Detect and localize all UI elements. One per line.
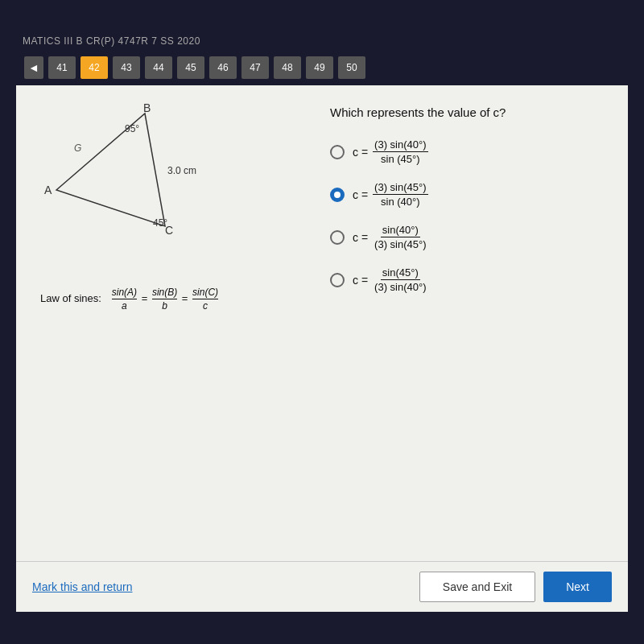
triangle-diagram: A B C G 95° 45° 3.0 cm xyxy=(40,101,217,262)
option-2-fraction: (3) sin(45°) sin (40°) xyxy=(373,181,427,208)
top-bar: MATICS III B CR(P) 4747R 7 SS 2020 xyxy=(16,32,628,50)
option-row-1[interactable]: c = (3) sin(40°) sin (45°) xyxy=(330,135,604,168)
option-1-fraction: (3) sin(40°) sin (45°) xyxy=(373,138,427,165)
save-exit-button[interactable]: Save and Exit xyxy=(419,572,535,602)
option-row-3[interactable]: c = sin(40°) (3) sin(45°) xyxy=(330,221,604,254)
svg-marker-0 xyxy=(56,114,165,226)
svg-text:3.0 cm: 3.0 cm xyxy=(167,165,196,176)
fraction-sinB-b: sin(B) b xyxy=(152,287,177,312)
option-formula-1: c = (3) sin(40°) sin (45°) xyxy=(353,138,428,165)
option-formula-3: c = sin(40°) (3) sin(45°) xyxy=(353,224,428,250)
fraction-sinC-c: sin(C) c xyxy=(192,287,218,312)
option-2-label: c = xyxy=(353,188,368,201)
nav-btn-42[interactable]: 42 xyxy=(80,56,108,79)
radio-option-1[interactable] xyxy=(330,145,345,159)
law-of-sines: Law of sines: sin(A) a = sin(B) b = xyxy=(40,287,314,312)
option-3-label: c = xyxy=(353,231,368,244)
nav-arrow-left[interactable]: ◄ xyxy=(24,56,43,79)
option-3-fraction: sin(40°) (3) sin(45°) xyxy=(373,224,427,250)
option-row-4[interactable]: c = sin(45°) (3) sin(40°) xyxy=(330,263,604,296)
option-4-label: c = xyxy=(353,274,368,287)
option-4-fraction: sin(45°) (3) sin(40°) xyxy=(373,266,427,293)
option-row-2[interactable]: c = (3) sin(45°) sin (40°) xyxy=(330,178,604,211)
nav-btn-41[interactable]: 41 xyxy=(48,56,76,79)
svg-text:A: A xyxy=(44,184,52,196)
mark-return-link[interactable]: Mark this and return xyxy=(32,580,133,593)
nav-btn-44[interactable]: 44 xyxy=(145,56,172,79)
nav-btn-49[interactable]: 49 xyxy=(306,56,333,79)
nav-btn-43[interactable]: 43 xyxy=(113,56,140,79)
right-panel: Which represents the value of c? c = (3)… xyxy=(330,101,604,545)
svg-text:45°: 45° xyxy=(153,217,167,229)
question-nav: ◄ 41 42 43 44 45 46 47 48 49 50 xyxy=(16,50,628,85)
top-bar-title: MATICS III B CR(P) 4747R 7 SS 2020 xyxy=(23,35,200,47)
left-panel: A B C G 95° 45° 3.0 cm Law of sines: xyxy=(40,101,314,545)
svg-text:B: B xyxy=(143,101,151,114)
fraction-sinA-a: sin(A) a xyxy=(112,287,137,312)
svg-text:95°: 95° xyxy=(125,123,139,134)
radio-option-3[interactable] xyxy=(330,230,345,245)
next-button[interactable]: Next xyxy=(543,572,612,602)
nav-btn-47[interactable]: 47 xyxy=(242,56,269,79)
law-label: Law of sines: xyxy=(40,292,101,304)
nav-btn-46[interactable]: 46 xyxy=(209,56,237,79)
question-text: Which represents the value of c? xyxy=(330,105,604,119)
nav-btn-50[interactable]: 50 xyxy=(338,56,365,79)
nav-btn-45[interactable]: 45 xyxy=(177,56,204,79)
footer-buttons: Save and Exit Next xyxy=(419,572,612,602)
option-formula-4: c = sin(45°) (3) sin(40°) xyxy=(353,266,428,293)
option-formula-2: c = (3) sin(45°) sin (40°) xyxy=(353,181,428,208)
radio-option-2[interactable] xyxy=(330,188,345,202)
option-1-label: c = xyxy=(353,146,368,159)
radio-option-4[interactable] xyxy=(330,273,345,287)
svg-text:G: G xyxy=(74,142,81,154)
nav-btn-48[interactable]: 48 xyxy=(274,56,301,79)
law-formula-part1: sin(A) a = sin(B) b = sin(C) c xyxy=(110,292,220,304)
screen: MATICS III B CR(P) 4747R 7 SS 2020 ◄ 41 … xyxy=(16,32,628,612)
question-body: A B C G 95° 45° 3.0 cm Law of sines: xyxy=(16,85,628,561)
footer-bar: Mark this and return Save and Exit Next xyxy=(16,561,628,612)
content-area: A B C G 95° 45° 3.0 cm Law of sines: xyxy=(16,85,628,612)
